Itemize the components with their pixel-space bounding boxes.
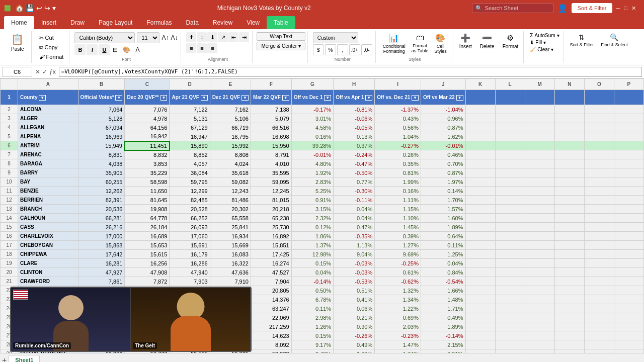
off-dec1-cell[interactable]: 5.25%: [291, 187, 334, 196]
col-header-B[interactable]: B: [78, 79, 125, 90]
mar22-cell[interactable]: 20,805: [251, 286, 291, 295]
mar22-cell[interactable]: 63,247: [251, 304, 291, 313]
tab-draw[interactable]: Draw: [63, 16, 92, 29]
dec20-cell[interactable]: 81,645: [125, 196, 170, 205]
mar22-cell[interactable]: 8,092: [251, 340, 291, 349]
off-dec1-cell[interactable]: 3.15%: [291, 205, 334, 214]
off-mar22-cell[interactable]: 0.96%: [421, 114, 466, 123]
off-dec1-cell[interactable]: 4.80%: [291, 159, 334, 168]
off-dec21-cell[interactable]: -0.25%: [375, 259, 421, 268]
off-apr1-cell[interactable]: 1.09%: [334, 349, 375, 353]
table-row[interactable]: 16 CHARLEVOIX 17,000 16,689 17,060 16,93…: [1, 232, 644, 241]
dec20-cell[interactable]: 47,908: [125, 268, 170, 277]
apr21-cell[interactable]: 26,093: [170, 223, 210, 232]
off-dec1-cell[interactable]: 0.11%: [291, 304, 334, 313]
mar22-cell[interactable]: 4,010: [251, 159, 291, 168]
apr21-cell[interactable]: 5,131: [170, 114, 210, 123]
county-cell[interactable]: CHARLEVOIX: [18, 232, 78, 241]
off-apr1-cell[interactable]: 0.51%: [334, 286, 375, 295]
off-dec21-cell[interactable]: 1.34%: [375, 295, 421, 304]
mar22-cell[interactable]: 7,904: [251, 277, 291, 286]
col-header-K[interactable]: K: [465, 79, 495, 90]
dec20-cell[interactable]: 26,184: [125, 223, 170, 232]
fill-dropdown-icon[interactable]: ▾: [543, 40, 546, 45]
mar22-cell[interactable]: 47,527: [251, 268, 291, 277]
redo-icon[interactable]: ↪: [44, 4, 50, 12]
apr21-cell[interactable]: 17,060: [170, 232, 210, 241]
indent-decrease-button[interactable]: ⇤: [228, 32, 238, 42]
mar22-cell[interactable]: 217,259: [251, 322, 291, 331]
off-dec21-cell[interactable]: 1.47%: [375, 340, 421, 349]
off-dec21-cell[interactable]: 9.69%: [375, 250, 421, 259]
off-dec1-cell[interactable]: -0.01%: [291, 150, 334, 159]
off-dec1-cell[interactable]: 9.17%: [291, 340, 334, 349]
dec20-cell[interactable]: 11,451: [125, 141, 170, 150]
off-mar22-cell[interactable]: 0.70%: [421, 159, 466, 168]
apr21-cell[interactable]: 12,299: [170, 187, 210, 196]
off-mar22-cell[interactable]: 1.60%: [421, 214, 466, 223]
table-row[interactable]: 6 ANTRIM 15,949 11,451 15,890 15,992 15,…: [1, 141, 644, 150]
off-apr1-cell[interactable]: 0.04%: [334, 205, 375, 214]
italic-button[interactable]: I: [87, 44, 98, 55]
mar22-cell[interactable]: 35,595: [251, 168, 291, 177]
dec21-cell[interactable]: 65,558: [210, 214, 251, 223]
off-mar22-cell[interactable]: 0.49%: [421, 313, 466, 322]
col-header-L[interactable]: L: [495, 79, 525, 90]
county-cell[interactable]: CASS: [18, 223, 78, 232]
table-row[interactable]: 20 CLINTON 47,927 47,908 47,940 47,636 4…: [1, 268, 644, 277]
col-header-C[interactable]: C: [125, 79, 170, 90]
fill-color-icon[interactable]: 🎨: [121, 45, 132, 54]
off-mar22-cell[interactable]: 0.87%: [421, 168, 466, 177]
apr21-cell[interactable]: 20,528: [170, 205, 210, 214]
county-cell[interactable]: ALGER: [18, 114, 78, 123]
comma-button[interactable]: ,: [337, 44, 348, 55]
county-cell[interactable]: CRAWFORD: [18, 277, 78, 286]
off-dec21-cell[interactable]: -1.37%: [375, 105, 421, 114]
col-header-H[interactable]: H: [334, 79, 375, 90]
official-votes-cell[interactable]: 7,861: [78, 277, 125, 286]
table-row[interactable]: 18 CHIPPEWA 17,642 15,615 16,179 16,083 …: [1, 250, 644, 259]
mar22-cell[interactable]: 16,892: [251, 232, 291, 241]
off-dec1-cell[interactable]: 6.78%: [291, 295, 334, 304]
off-dec21-cell[interactable]: 1.74%: [375, 349, 421, 353]
dec20-cell[interactable]: 35,229: [125, 168, 170, 177]
off-mar22-cell[interactable]: 0.14%: [421, 187, 466, 196]
county-cell[interactable]: BERRIEN: [18, 196, 78, 205]
county-cell[interactable]: CLINTON: [18, 268, 78, 277]
off-apr1-cell[interactable]: 0.21%: [334, 313, 375, 322]
tab-insert[interactable]: Insert: [34, 16, 63, 29]
official-votes-cell[interactable]: 60,255: [78, 177, 125, 187]
off-apr1-cell[interactable]: -0.06%: [334, 114, 375, 123]
dec21-cell[interactable]: 16,934: [210, 232, 251, 241]
off-dec21-cell[interactable]: 0.69%: [375, 313, 421, 322]
off-apr1-cell[interactable]: -0.05%: [334, 123, 375, 132]
county-cell[interactable]: ANTRIM: [18, 141, 78, 150]
county-cell[interactable]: ARENAC: [18, 150, 78, 159]
apr21-cell[interactable]: 66,252: [170, 214, 210, 223]
dec21-cell[interactable]: 35,618: [210, 168, 251, 177]
maximize-icon[interactable]: □: [624, 5, 627, 11]
mar22-cell[interactable]: 65,238: [251, 214, 291, 223]
mar22-cell[interactable]: 16,274: [251, 259, 291, 268]
off-apr1-cell[interactable]: 1.13%: [334, 241, 375, 250]
fill-button[interactable]: ⬇ Fill ▾: [528, 39, 548, 46]
col-header-F[interactable]: F: [251, 79, 291, 90]
county-cell[interactable]: BARRY: [18, 168, 78, 177]
more-icon[interactable]: ▾: [52, 4, 56, 12]
official-votes-cell[interactable]: 16,969: [78, 132, 125, 141]
dec20-cell[interactable]: 16,256: [125, 259, 170, 268]
county-cell[interactable]: BRANCH: [18, 205, 78, 214]
table-row[interactable]: 14 CALHOUN 66,281 64,778 66,252 65,558 6…: [1, 214, 644, 223]
off-mar22-cell[interactable]: -1.04%: [421, 105, 466, 114]
off-dec21-cell[interactable]: 1.99%: [375, 177, 421, 187]
official-votes-cell[interactable]: 47,927: [78, 268, 125, 277]
off-mar22-cell[interactable]: 0.04%: [421, 259, 466, 268]
border-icon[interactable]: ⊟: [111, 45, 120, 54]
official-votes-cell[interactable]: 17,000: [78, 232, 125, 241]
off-dec21-cell[interactable]: 2.03%: [375, 322, 421, 331]
off-mar22-cell[interactable]: -0.54%: [421, 277, 466, 286]
col-header-A[interactable]: A: [18, 79, 78, 90]
off-dec21-cell[interactable]: 0.56%: [375, 123, 421, 132]
off-dec1-cell[interactable]: 3.01%: [291, 114, 334, 123]
off-mar22-cell[interactable]: 1.66%: [421, 286, 466, 295]
